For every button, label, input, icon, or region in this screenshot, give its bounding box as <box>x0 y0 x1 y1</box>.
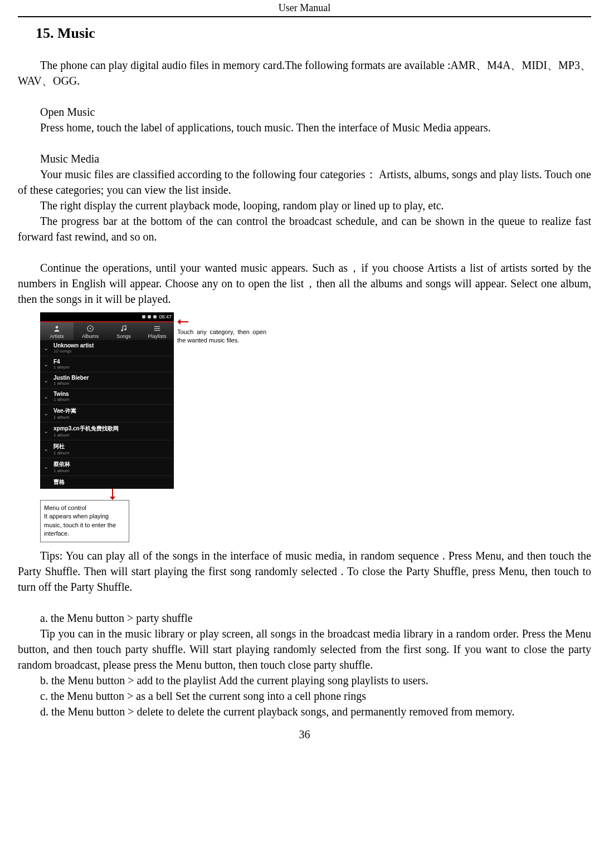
artist-sub: 1 album <box>53 433 119 438</box>
page-content: 15. Music The phone can play digital aud… <box>18 17 591 741</box>
music-screenshot-figure: 08:47 ArtistsAlbumsSongsPlaylists ⌄Unkno… <box>40 312 591 542</box>
status-icon <box>142 315 145 318</box>
songs-icon <box>120 325 128 332</box>
artist-row[interactable]: 曹格 <box>40 476 174 489</box>
chevron-down-icon: ⌄ <box>43 445 49 453</box>
artist-row[interactable]: ⌄Twins1 album <box>40 389 174 405</box>
artist-row[interactable]: ⌄Vae-许嵩1 album <box>40 405 174 423</box>
svg-marker-11 <box>177 319 181 325</box>
artist-row[interactable]: ⌄Justin Bieber1 album <box>40 372 174 389</box>
callout-bottom-title: Menu of control <box>44 504 125 512</box>
status-time: 08:47 <box>159 314 172 320</box>
artist-row[interactable]: ⌄F41 album <box>40 356 174 372</box>
svg-point-2 <box>90 328 91 329</box>
svg-point-0 <box>56 326 59 328</box>
chevron-down-icon: ⌄ <box>43 463 49 470</box>
chevron-down-icon: ⌄ <box>43 377 49 384</box>
artist-name: Justin Bieber <box>53 375 89 381</box>
music-media-title: Music Media <box>18 151 591 166</box>
continue-paragraph: Continue the operations, until your want… <box>18 260 591 307</box>
artist-name: 阿杜 <box>53 443 69 450</box>
artist-row[interactable]: ⌄Unknown artist12 songs <box>40 340 174 356</box>
playlists-icon <box>153 325 161 332</box>
artist-name: Twins <box>53 391 69 397</box>
tab-label: Songs <box>116 334 131 339</box>
artist-name: F4 <box>53 359 69 365</box>
music-media-p3: The progress bar at the bottom of the ca… <box>18 213 591 244</box>
open-music-title: Open Music <box>18 104 591 120</box>
svg-rect-5 <box>154 326 160 327</box>
arrow-down-icon <box>51 489 174 500</box>
chevron-down-icon: ⌄ <box>43 428 49 435</box>
artist-row[interactable]: ⌄蔡依林1 album <box>40 458 174 476</box>
status-icon <box>148 315 151 318</box>
artist-sub: 1 album <box>53 365 69 370</box>
intro-paragraph: The phone can play digital audio files i… <box>18 57 591 89</box>
callout-bottom-body: It appears when playing music, touch it … <box>44 512 125 538</box>
artist-row[interactable]: ⌄xpmp3.cn手机免费找歌网1 album <box>40 423 174 440</box>
albums-icon <box>86 325 94 332</box>
chevron-down-icon: ⌄ <box>43 410 49 417</box>
item-a-body: Tip you can in the music library or play… <box>18 626 591 673</box>
callout-category: Touch any category, then open the wanted… <box>177 312 266 345</box>
tab-playlists[interactable]: Playlists <box>140 322 174 340</box>
tab-albums[interactable]: Albums <box>74 322 107 340</box>
music-tabs: ArtistsAlbumsSongsPlaylists <box>40 321 174 340</box>
item-d: d. the Menu button > delete to delete th… <box>18 704 591 719</box>
status-icon <box>153 315 157 318</box>
artist-sub: 1 album <box>53 468 70 473</box>
artist-name: xpmp3.cn手机免费找歌网 <box>53 425 119 433</box>
tab-songs[interactable]: Songs <box>107 322 140 340</box>
chevron-down-icon: ⌄ <box>43 361 49 368</box>
item-a-title: a. the Menu button > party shuffle <box>18 610 591 626</box>
chevron-down-icon: ⌄ <box>43 345 49 352</box>
status-bar: 08:47 <box>40 312 174 321</box>
svg-rect-7 <box>154 330 160 331</box>
svg-point-4 <box>124 328 126 331</box>
section-title: 15. Music <box>36 25 591 42</box>
tab-label: Artists <box>50 334 64 339</box>
artist-name: 蔡依林 <box>53 460 70 468</box>
tips-paragraph: Tips: You can play all of the songs in t… <box>18 548 591 595</box>
artist-sub: 12 songs <box>53 349 94 354</box>
tab-artists[interactable]: Artists <box>40 322 74 340</box>
callout-right-text: Touch any category, then open the wanted… <box>177 328 266 344</box>
page-header: User Manual <box>18 0 591 17</box>
arrow-left-icon <box>177 318 266 326</box>
artist-name: 曹格 <box>53 478 65 486</box>
svg-rect-6 <box>154 328 160 328</box>
artist-list: ⌄Unknown artist12 songs⌄F41 album⌄Justin… <box>40 340 174 489</box>
svg-point-3 <box>121 330 123 332</box>
artists-icon <box>53 325 61 332</box>
artist-sub: 1 album <box>53 381 89 386</box>
artist-row[interactable]: ⌄阿杜1 album <box>40 440 174 458</box>
callout-menu-control: Menu of control It appears when playing … <box>40 500 129 542</box>
music-media-p2: The right display the current playback m… <box>18 198 591 213</box>
item-c: c. the Menu button > as a bell Set the c… <box>18 688 591 704</box>
artist-name: Unknown artist <box>53 342 94 349</box>
tab-label: Albums <box>82 334 99 339</box>
artist-sub: 1 album <box>53 450 69 455</box>
open-music-body: Press home, touch the label of applicati… <box>18 120 591 135</box>
tab-label: Playlists <box>148 334 166 339</box>
item-b: b. the Menu button > add to the playlist… <box>18 673 591 688</box>
artist-sub: 1 album <box>53 415 76 420</box>
chevron-down-icon: ⌄ <box>43 393 49 400</box>
phone-screenshot: 08:47 ArtistsAlbumsSongsPlaylists ⌄Unkno… <box>40 312 174 489</box>
header-title: User Manual <box>279 2 330 13</box>
page-number: 36 <box>18 728 591 741</box>
music-media-p1: Your music files are classified accordin… <box>18 166 591 198</box>
artist-sub: 1 album <box>53 397 69 402</box>
artist-name: Vae-许嵩 <box>53 407 76 415</box>
